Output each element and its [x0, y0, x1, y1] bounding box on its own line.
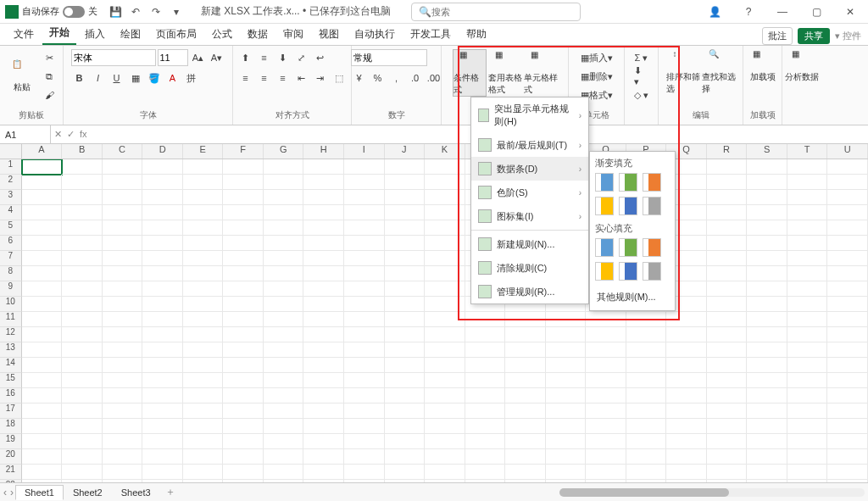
cell-H22[interactable]	[303, 480, 344, 482]
cell-K2[interactable]	[425, 175, 465, 190]
cell-L15[interactable]	[465, 373, 506, 388]
databar-swatch[interactable]	[619, 173, 637, 192]
cell-C2[interactable]	[103, 175, 143, 190]
cell-K8[interactable]	[425, 266, 465, 281]
cell-K21[interactable]	[425, 465, 465, 480]
cell-U3[interactable]	[827, 190, 868, 205]
cf-item[interactable]: 色阶(S)›	[471, 181, 588, 204]
databar-swatch[interactable]	[595, 173, 614, 192]
cell-B16[interactable]	[62, 388, 103, 404]
cell-K20[interactable]	[425, 449, 465, 465]
cell-F18[interactable]	[223, 419, 264, 434]
border-icon[interactable]: ▦	[127, 70, 144, 86]
fx-icon[interactable]: fx	[80, 129, 87, 140]
cell-U17[interactable]	[827, 404, 868, 419]
cell-D3[interactable]	[142, 190, 183, 205]
cell-T16[interactable]	[787, 388, 828, 404]
cell-J17[interactable]	[385, 404, 426, 419]
enter-formula-icon[interactable]: ✓	[67, 129, 75, 140]
row-header-13[interactable]: 13	[0, 342, 22, 358]
cell-Q19[interactable]	[666, 434, 707, 449]
cell-B14[interactable]	[62, 358, 103, 373]
undo-icon[interactable]: ↶	[128, 4, 143, 19]
cell-U6[interactable]	[827, 236, 868, 251]
cell-E20[interactable]	[183, 449, 224, 465]
cell-A16[interactable]	[22, 388, 63, 404]
cell-I8[interactable]	[344, 266, 385, 281]
cell-I18[interactable]	[344, 419, 385, 434]
cell-U14[interactable]	[827, 358, 868, 373]
cell-I6[interactable]	[344, 236, 385, 251]
cell-N21[interactable]	[546, 465, 587, 480]
row-header-9[interactable]: 9	[0, 281, 22, 297]
cell-K18[interactable]	[425, 419, 465, 434]
cell-K7[interactable]	[425, 251, 465, 266]
cell-F3[interactable]	[223, 190, 264, 205]
cell-T18[interactable]	[787, 419, 828, 434]
cf-item[interactable]: 数据条(D)›	[471, 157, 588, 181]
cell-D16[interactable]	[142, 388, 183, 404]
cell-E21[interactable]	[183, 465, 224, 480]
cell-B18[interactable]	[62, 419, 103, 434]
col-header-R[interactable]: R	[707, 144, 748, 159]
cell-B3[interactable]	[62, 190, 103, 205]
sort-filter-button[interactable]: ↕ 排序和筛选	[666, 49, 700, 95]
cell-D19[interactable]	[142, 434, 183, 449]
cell-F2[interactable]	[223, 175, 264, 190]
cell-J18[interactable]	[385, 419, 426, 434]
cell-B15[interactable]	[62, 373, 103, 388]
cell-M13[interactable]	[505, 342, 546, 358]
cell-S19[interactable]	[747, 434, 787, 449]
cell-D14[interactable]	[142, 358, 183, 373]
cell-F20[interactable]	[223, 449, 264, 465]
row-header-10[interactable]: 10	[0, 297, 22, 312]
col-header-G[interactable]: G	[264, 144, 304, 159]
cell-J21[interactable]	[385, 465, 426, 480]
cell-C22[interactable]	[103, 480, 143, 482]
cell-A17[interactable]	[22, 404, 63, 419]
cell-M20[interactable]	[505, 449, 546, 465]
cell-J5[interactable]	[385, 220, 426, 236]
cell-A22[interactable]	[22, 480, 63, 482]
align-bottom-icon[interactable]: ⬇	[275, 49, 292, 66]
autosave-toggle[interactable]: 自动保存 关	[22, 5, 97, 18]
cell-M11[interactable]	[505, 312, 546, 327]
cf-footer-item[interactable]: 新建规则(N)...	[471, 232, 588, 256]
row-header-2[interactable]: 2	[0, 175, 22, 190]
col-header-T[interactable]: T	[787, 144, 828, 159]
cancel-formula-icon[interactable]: ✕	[54, 129, 62, 140]
cell-K13[interactable]	[425, 342, 465, 358]
databar-swatch[interactable]	[643, 238, 661, 257]
cell-K1[interactable]	[425, 159, 465, 175]
search-box[interactable]: 🔍	[411, 3, 581, 21]
spreadsheet-grid[interactable]: ABCDEFGHIJKLMNOPQRSTU 123456789101112131…	[0, 144, 868, 482]
account-icon[interactable]: 👤	[702, 3, 727, 20]
cell-R12[interactable]	[707, 327, 748, 342]
cell-N11[interactable]	[546, 312, 587, 327]
cell-O11[interactable]	[586, 312, 626, 327]
cell-N19[interactable]	[546, 434, 587, 449]
cell-O18[interactable]	[586, 419, 626, 434]
row-header-6[interactable]: 6	[0, 236, 22, 251]
cell-H16[interactable]	[303, 388, 344, 404]
cell-I7[interactable]	[344, 251, 385, 266]
col-header-K[interactable]: K	[425, 144, 465, 159]
cell-H2[interactable]	[303, 175, 344, 190]
cell-E9[interactable]	[183, 281, 224, 297]
cell-G14[interactable]	[264, 358, 304, 373]
cell-P19[interactable]	[626, 434, 667, 449]
cell-B7[interactable]	[62, 251, 103, 266]
cell-B5[interactable]	[62, 220, 103, 236]
cell-G5[interactable]	[264, 220, 304, 236]
cell-H8[interactable]	[303, 266, 344, 281]
cell-F9[interactable]	[223, 281, 264, 297]
cell-Q18[interactable]	[666, 419, 707, 434]
cell-O21[interactable]	[586, 465, 626, 480]
cell-T22[interactable]	[787, 480, 828, 482]
cell-Q14[interactable]	[666, 358, 707, 373]
cell-L18[interactable]	[465, 419, 506, 434]
cell-N22[interactable]	[546, 480, 587, 482]
cell-J11[interactable]	[385, 312, 426, 327]
cell-R13[interactable]	[707, 342, 748, 358]
cf-footer-item[interactable]: 清除规则(C)	[471, 256, 588, 280]
